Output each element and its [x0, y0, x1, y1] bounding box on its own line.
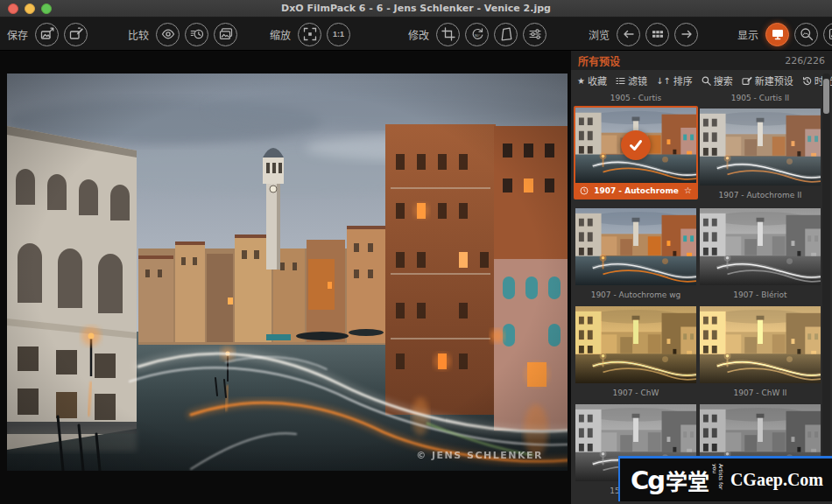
compare-history-button[interactable] [185, 23, 208, 46]
grid-icon [651, 27, 665, 41]
close-button[interactable] [8, 4, 18, 14]
watermark-site: CGaep.Com [730, 470, 823, 490]
perspective-button[interactable] [494, 23, 518, 46]
preset-label: 1907 - ChW II [700, 388, 821, 398]
crop-button[interactable] [436, 23, 460, 46]
preset-thumbnail [700, 108, 821, 186]
display-monitor-button[interactable] [765, 23, 789, 46]
monitor-icon [771, 27, 785, 41]
image-viewer: © JENS SCHLENKER [0, 51, 571, 504]
panel-title[interactable]: 所有预设 [578, 53, 620, 68]
histogram-button[interactable] [823, 23, 832, 46]
sort-arrows-icon: ↓↑ [656, 76, 671, 86]
zoom-ratio-text: 1:1 [333, 30, 344, 38]
filters-button[interactable]: 滤镜 [616, 74, 647, 88]
fit-screen-button[interactable] [298, 23, 321, 46]
fullscreen-button[interactable] [41, 4, 52, 14]
arrow-left-icon [622, 27, 636, 41]
watermark-overlay: Cg 学堂 Artists for you CGaep.Com [620, 456, 832, 501]
preset-label: 1907 - Autochrome [592, 186, 680, 195]
preset-item[interactable] [575, 306, 696, 383]
panel-header: 所有预设 226/226 [571, 51, 832, 70]
watermark-tagline: Artists for you [712, 464, 724, 497]
preset-label: 1907 - Blériot [700, 290, 821, 300]
settings-sliders-button[interactable] [523, 23, 546, 46]
previous-image-button[interactable] [617, 23, 640, 46]
rotate-90-icon: 90° [470, 27, 484, 41]
sort-button[interactable]: ↓↑ 排序 [656, 74, 693, 88]
toolbar-group-browse: 浏览 [589, 18, 698, 51]
scrollbar-thumb[interactable] [823, 79, 829, 114]
sliders-icon [528, 27, 542, 41]
preset-thumbnail [700, 208, 821, 285]
toolbar-group-zoom: 缩放 1:1 [270, 18, 350, 51]
toolbar-group-save: 保存 [7, 18, 88, 51]
preset-label: 1907 - ChW [575, 388, 696, 398]
modify-label: 修改 [408, 27, 429, 42]
eye-icon [161, 27, 175, 41]
toolbar-group-display: 显示 [737, 18, 832, 51]
display-label: 显示 [737, 27, 758, 42]
thumbnails-grid-button[interactable] [645, 23, 669, 46]
preset-label: 1907 - Autochrome wg [575, 290, 696, 300]
filter-list-icon [616, 76, 625, 86]
arrow-right-icon [680, 27, 694, 41]
traffic-lights [8, 4, 52, 14]
save-label: 保存 [7, 27, 28, 42]
scrollbar[interactable] [822, 74, 830, 501]
preset-item[interactable] [700, 208, 821, 285]
search-icon [702, 76, 711, 86]
time-machine-mini-icon [580, 186, 589, 195]
toolbar-group-modify: 修改 90° [408, 18, 546, 51]
preset-count: 226/226 [785, 55, 825, 66]
compare-label: 比较 [128, 27, 149, 42]
toolbar: 保存 比较 [0, 18, 832, 51]
toolbar-group-compare: 比较 [128, 18, 237, 51]
loupe-icon [800, 27, 814, 41]
selected-check-overlay [575, 108, 696, 183]
export-image-button[interactable] [35, 23, 59, 46]
window-title: DxO FilmPack 6 - 6 - Jens Schlenker - Ve… [281, 3, 551, 14]
preset-label: 1905 - Curtis [575, 93, 696, 103]
crop-icon [441, 27, 455, 41]
perspective-icon [499, 27, 513, 41]
zoom-label: 缩放 [270, 27, 291, 42]
gallery-icon [219, 27, 233, 41]
search-button[interactable]: 搜索 [702, 74, 733, 88]
preset-thumbnail [575, 208, 696, 285]
history-clock-icon [190, 27, 204, 41]
minimize-button[interactable] [25, 4, 35, 14]
new-preset-icon [742, 76, 752, 86]
compare-gallery-button[interactable] [214, 23, 237, 46]
preset-item[interactable] [700, 108, 821, 186]
panel-actions: ★ 收藏 滤镜 ↓↑ 排序 搜索 [571, 70, 832, 91]
zoom-1to1-button[interactable]: 1:1 [327, 23, 350, 46]
watermark-brand: 学堂 [666, 465, 709, 496]
favorite-star-icon[interactable]: ☆ [684, 186, 692, 195]
svg-text:90°: 90° [474, 33, 480, 38]
time-machine-icon [802, 76, 812, 86]
fit-screen-icon [303, 27, 317, 41]
rotate-button[interactable]: 90° [465, 23, 489, 46]
preset-item-selected[interactable]: 1907 - Autochrome ☆ [574, 106, 698, 200]
favorites-button[interactable]: ★ 收藏 [577, 74, 607, 88]
preset-item[interactable] [575, 208, 696, 285]
curves-icon [828, 27, 832, 41]
preset-label: 1907 - Autochrome II [700, 190, 821, 200]
compare-preview-button[interactable] [156, 23, 180, 46]
preset-thumbnail [575, 306, 696, 383]
loupe-button[interactable] [794, 23, 818, 46]
preset-thumbnail [700, 306, 821, 383]
export-with-edits-button[interactable] [64, 23, 88, 46]
check-icon [621, 130, 651, 160]
export-edit-icon [69, 27, 83, 41]
photo-canvas[interactable]: © JENS SCHLENKER [7, 74, 568, 471]
preset-item[interactable] [700, 306, 821, 383]
app-window: DxO FilmPack 6 - 6 - Jens Schlenker - Ve… [0, 0, 832, 504]
selected-preset-bar: 1907 - Autochrome ☆ [575, 183, 696, 198]
watermark-logo: Cg [631, 466, 664, 495]
new-preset-button[interactable]: 新建预设 [742, 74, 793, 88]
next-image-button[interactable] [674, 23, 698, 46]
star-icon: ★ [577, 76, 585, 86]
browse-label: 浏览 [589, 27, 610, 42]
